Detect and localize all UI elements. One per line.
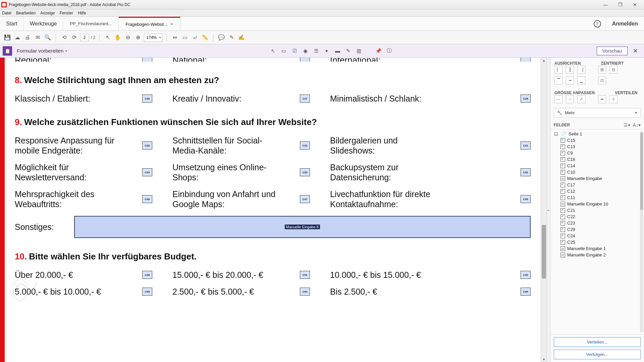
q8-check-b[interactable]: C27: [300, 95, 310, 103]
center-h-icon[interactable]: ⊞: [598, 66, 606, 74]
q9-sonstiges-field[interactable]: Manuelle Eingabe 8: [74, 216, 531, 238]
close-button[interactable]: ✕: [630, 1, 640, 8]
tree-item[interactable]: C16: [553, 156, 644, 163]
tree-item[interactable]: C22: [553, 214, 644, 220]
sort-icon[interactable]: ☰▾: [624, 122, 630, 128]
tab-file-2[interactable]: Fragebogen-Websit...✕: [119, 17, 180, 31]
tree-root[interactable]: −📄 Seite 1: [553, 131, 644, 137]
size-w-icon[interactable]: ↔: [554, 95, 562, 103]
tree-item[interactable]: C17: [553, 182, 644, 188]
tree-item[interactable]: C29: [553, 226, 644, 233]
scroll-up-icon[interactable]: ▲: [541, 58, 547, 63]
zoom-select[interactable]: 174%: [144, 34, 162, 42]
q10-c1b[interactable]: C51: [300, 271, 310, 279]
tree-item[interactable]: C10: [553, 169, 644, 175]
mail-icon[interactable]: ✉: [34, 34, 42, 42]
panel-collapse-handle[interactable]: ▸: [547, 58, 550, 362]
tree-item[interactable]: C15: [553, 137, 644, 143]
mehr-dropdown[interactable]: 🔧 Mehr ▼: [554, 108, 641, 118]
tree-item[interactable]: Manuelle Eingabe 10: [553, 201, 644, 207]
hand-icon[interactable]: ✋: [114, 34, 122, 42]
zoom-out-icon[interactable]: ⊖: [124, 34, 132, 42]
scroll-thumb[interactable]: [542, 225, 546, 279]
save-icon[interactable]: 💾: [3, 34, 11, 42]
fit-page-icon[interactable]: ▭: [181, 34, 189, 42]
sign-icon[interactable]: ✍: [237, 34, 246, 42]
rotate-icon[interactable]: ⤾: [191, 34, 199, 42]
fit-width-icon[interactable]: ⇔: [171, 34, 179, 42]
tree-item[interactable]: C25: [553, 239, 644, 245]
q8-check-a[interactable]: C26: [142, 95, 152, 103]
menu-fenster[interactable]: Fenster: [59, 11, 73, 15]
tree-item[interactable]: Manuelle Eingabe 2: [553, 252, 644, 258]
size-h-icon[interactable]: ↕: [566, 95, 574, 103]
cut-check-r[interactable]: [521, 58, 531, 62]
tree-item[interactable]: Manuelle Eingabe 1: [553, 245, 644, 252]
help-tool-icon[interactable]: ⓘ: [385, 47, 393, 55]
print-icon[interactable]: 🖨: [23, 34, 32, 42]
tab-werkzeuge[interactable]: Werkzeuge: [24, 17, 63, 31]
pin-icon[interactable]: 📌: [374, 47, 383, 55]
textfield-tool-icon[interactable]: ▭: [279, 47, 288, 55]
scroll-down-icon[interactable]: ▼: [541, 357, 547, 362]
tree-item[interactable]: C23: [553, 220, 644, 226]
maximize-button[interactable]: ❐: [615, 1, 625, 8]
q9-c2b[interactable]: C35: [300, 168, 310, 176]
close-formbar-icon[interactable]: ✕: [630, 47, 641, 55]
listbox-tool-icon[interactable]: ☰: [312, 47, 320, 55]
ruler-icon[interactable]: 📏: [201, 34, 209, 42]
document-area[interactable]: Regional: National: International: 8.Wel…: [5, 58, 541, 362]
highlight-icon[interactable]: ✎: [227, 34, 235, 42]
align-bottom-icon[interactable]: ▁: [577, 76, 585, 84]
vorschau-button[interactable]: Vorschau: [597, 47, 628, 55]
tree-item[interactable]: C12: [553, 188, 644, 194]
q8-check-c[interactable]: C28: [521, 95, 531, 103]
align-center-icon[interactable]: ┃: [566, 66, 574, 74]
tab-start[interactable]: Start: [0, 17, 24, 31]
q9-c1c[interactable]: C31: [521, 141, 531, 149]
anmelden-button[interactable]: Anmelden: [606, 17, 644, 31]
cut-check-l[interactable]: [142, 58, 152, 62]
center-v-icon[interactable]: ⊟: [609, 66, 618, 74]
menu-datei[interactable]: Datei: [2, 11, 11, 15]
help-icon[interactable]: ?: [594, 20, 601, 27]
q9-c2a[interactable]: C34: [142, 168, 152, 176]
center-both-icon[interactable]: ⊡: [598, 76, 606, 84]
verteilen-button[interactable]: Verteilen...: [554, 337, 641, 347]
select-tool-icon[interactable]: ↖: [269, 47, 277, 55]
page-down-icon[interactable]: ⟳: [70, 34, 78, 42]
zoom-in-icon[interactable]: ⊕: [134, 34, 142, 42]
tree-item[interactable]: C14: [553, 163, 644, 169]
cloud-icon[interactable]: ☁: [13, 34, 21, 42]
tree-scrollbar[interactable]: [640, 131, 643, 332]
tab-file-1[interactable]: PP_Fischrestaurant...: [63, 17, 119, 31]
q9-c1a[interactable]: C30: [142, 141, 152, 149]
tab-close-icon[interactable]: ✕: [170, 22, 173, 26]
comment-icon[interactable]: 💬: [217, 34, 225, 42]
minimize-button[interactable]: —: [600, 1, 610, 8]
q10-c2a[interactable]: C53: [142, 288, 152, 296]
form-mode-icon[interactable]: 📋: [3, 46, 12, 56]
tree-item[interactable]: C13: [553, 143, 644, 150]
align-right-icon[interactable]: ▕: [577, 66, 585, 74]
align-left-icon[interactable]: ▏: [554, 66, 562, 74]
q9-c1b[interactable]: C33: [300, 141, 310, 149]
q9-c3b[interactable]: C47: [300, 195, 310, 203]
verfolgen-button[interactable]: Verfolgen...: [554, 350, 641, 359]
page-number-input[interactable]: [80, 34, 89, 41]
distribute-v-icon[interactable]: ⇳: [609, 95, 618, 103]
q9-c2c[interactable]: C32: [521, 168, 531, 176]
q9-c3c[interactable]: C45: [521, 195, 531, 203]
tree-item[interactable]: C11: [553, 194, 644, 201]
search-icon[interactable]: 🔍: [44, 34, 52, 42]
q10-c1a[interactable]: C48: [142, 271, 152, 279]
checkbox-tool-icon[interactable]: ☑: [290, 47, 299, 55]
form-mode-label[interactable]: Formular vorbereiten: [15, 48, 68, 54]
dropdown-tool-icon[interactable]: ▾: [322, 47, 331, 55]
fields-tree[interactable]: −📄 Seite 1 C15C13C9C16C14C10Manuelle Ein…: [550, 129, 644, 334]
cut-check-m[interactable]: [300, 58, 310, 62]
tree-item[interactable]: C24: [553, 233, 644, 239]
menu-anzeige[interactable]: Anzeige: [40, 11, 55, 15]
size-both-icon[interactable]: ⤢: [577, 95, 585, 103]
tree-scroll-thumb[interactable]: [640, 133, 643, 210]
